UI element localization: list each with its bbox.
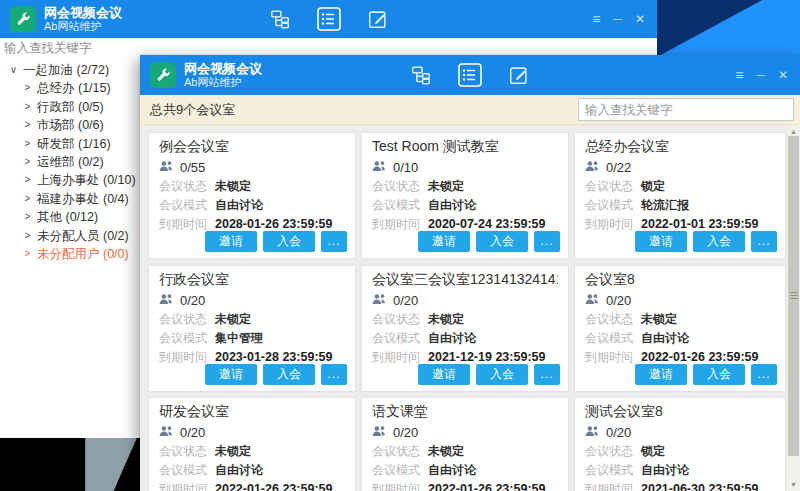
join-button[interactable]: 入会 — [693, 231, 745, 252]
invite-button[interactable]: 邀请 — [635, 364, 687, 385]
room-search-input[interactable] — [578, 98, 794, 121]
menu-icon[interactable]: ≡ — [592, 12, 600, 26]
room-list-icon-selected[interactable] — [457, 62, 483, 88]
room-list-icon-selected[interactable] — [316, 6, 342, 32]
mode-value: 自由讨论 — [641, 463, 689, 477]
expire-label: 到期时间 — [372, 350, 428, 364]
join-button[interactable]: 入会 — [476, 364, 528, 385]
chevron-icon[interactable]: > — [21, 208, 34, 226]
participant-row: 0/20 — [585, 293, 775, 307]
participants-icon — [585, 293, 600, 308]
desktop-navy-triangle — [655, 0, 800, 58]
chevron-icon[interactable]: > — [21, 171, 34, 189]
desktop-slate-shape — [0, 436, 142, 491]
chevron-icon[interactable]: > — [21, 135, 34, 153]
status-value: 未锁定 — [641, 312, 677, 326]
join-button[interactable]: 入会 — [263, 364, 315, 385]
join-button[interactable]: 入会 — [693, 364, 745, 385]
chevron-icon[interactable]: > — [21, 79, 34, 97]
invite-button[interactable]: 邀请 — [418, 231, 470, 252]
room-count-summary: 总共9个会议室 — [150, 95, 235, 124]
room-card: 测试会议室8 0/20 会议状态锁定 会议模式自由讨论 到期时间2021-06-… — [574, 397, 786, 491]
tree-item-label: 市场部 (0/6) — [37, 116, 104, 134]
tree-item-label: 上海办事处 (0/10) — [37, 171, 136, 189]
chevron-icon[interactable]: ∨ — [7, 61, 20, 79]
more-button[interactable]: ... — [751, 231, 777, 252]
scroll-up-icon[interactable]: ▲ — [787, 128, 800, 135]
edit-icon[interactable] — [367, 8, 389, 30]
room-card: 语文课堂 0/20 会议状态未锁定 会议模式自由讨论 到期时间2022-01-2… — [361, 397, 569, 491]
room-grid: 例会会议室 0/55 会议状态未锁定 会议模式自由讨论 到期时间2028-01-… — [140, 125, 787, 491]
participants-icon — [372, 425, 387, 440]
chevron-icon[interactable]: > — [21, 153, 34, 171]
more-button[interactable]: ... — [534, 231, 560, 252]
desktop-background-bottom-left — [0, 436, 142, 491]
tree-item-label: 未分配人员 (0/2) — [37, 227, 129, 245]
tree-item-label: 运维部 (0/2) — [37, 153, 104, 171]
participant-row: 0/22 — [585, 160, 775, 174]
expire-value: 2022-01-26 23:59:59 — [641, 350, 758, 364]
status-value: 未锁定 — [215, 179, 251, 193]
status-label: 会议状态 — [585, 444, 641, 458]
expire-label: 到期时间 — [372, 482, 428, 491]
participants-icon — [585, 160, 600, 175]
more-button[interactable]: ... — [321, 231, 347, 252]
minimize-icon[interactable]: ─ — [613, 12, 622, 26]
edit-icon[interactable] — [508, 64, 530, 86]
room-card: 会议室8 0/20 会议状态未锁定 会议模式自由讨论 到期时间2022-01-2… — [574, 265, 786, 392]
chevron-icon[interactable]: > — [21, 190, 34, 208]
chevron-icon[interactable]: > — [21, 245, 34, 263]
join-button[interactable]: 入会 — [263, 231, 315, 252]
more-button[interactable]: ... — [321, 364, 347, 385]
mode-value: 自由讨论 — [641, 331, 689, 345]
room-name: 例会会议室 — [159, 138, 345, 154]
participant-count: 0/20 — [180, 293, 205, 308]
mode-label: 会议模式 — [159, 463, 215, 477]
orgchart-icon[interactable] — [269, 8, 291, 30]
expire-value: 2022-01-26 23:59:59 — [428, 482, 545, 491]
chevron-icon[interactable]: > — [21, 227, 34, 245]
status-label: 会议状态 — [585, 179, 641, 193]
scrollbar-thumb[interactable] — [788, 136, 799, 456]
mode-label: 会议模式 — [372, 198, 428, 212]
room-card: 总经办会议室 0/22 会议状态锁定 会议模式轮流汇报 到期时间2022-01-… — [574, 132, 786, 259]
tree-item-label: 一起加油 (2/72) — [23, 61, 109, 79]
participant-count: 0/20 — [606, 293, 631, 308]
card-actions: 邀请 入会 ... — [205, 364, 347, 385]
more-button[interactable]: ... — [751, 364, 777, 385]
menu-icon[interactable]: ≡ — [735, 68, 743, 82]
room-card: Test Room 测试教室 0/10 会议状态未锁定 会议模式自由讨论 到期时… — [361, 132, 569, 259]
status-label: 会议状态 — [372, 444, 428, 458]
invite-button[interactable]: 邀请 — [205, 364, 257, 385]
close-icon[interactable]: ✕ — [778, 68, 788, 82]
vertical-scrollbar[interactable]: ▲ ▼ — [787, 125, 800, 491]
chevron-icon[interactable]: > — [21, 116, 34, 134]
card-actions: 邀请 入会 ... — [635, 231, 777, 252]
more-button[interactable]: ... — [534, 364, 560, 385]
close-icon[interactable]: ✕ — [635, 12, 645, 26]
room-card: 研发会议室 0/20 会议状态未锁定 会议模式自由讨论 到期时间2022-01-… — [148, 397, 356, 491]
summary-toolbar: 总共9个会议室 — [140, 95, 800, 125]
mode-label: 会议模式 — [585, 463, 641, 477]
card-actions: 邀请 入会 ... — [205, 231, 347, 252]
participant-count: 0/20 — [606, 425, 631, 440]
app-wrench-icon — [10, 6, 36, 32]
tree-item-label: 行政部 (0/5) — [37, 98, 104, 116]
participants-icon — [159, 293, 174, 308]
join-button[interactable]: 入会 — [476, 231, 528, 252]
participant-count: 0/20 — [393, 425, 418, 440]
expire-label: 到期时间 — [159, 217, 215, 231]
scroll-down-icon[interactable]: ▼ — [787, 481, 800, 488]
invite-button[interactable]: 邀请 — [205, 231, 257, 252]
card-actions: 邀请 入会 ... — [418, 231, 560, 252]
invite-button[interactable]: 邀请 — [635, 231, 687, 252]
participant-count: 0/10 — [393, 160, 418, 175]
status-value: 锁定 — [641, 444, 665, 458]
room-name: 语文课堂 — [372, 403, 558, 419]
chevron-icon[interactable]: > — [21, 98, 34, 116]
minimize-icon[interactable]: ─ — [756, 68, 765, 82]
invite-button[interactable]: 邀请 — [418, 364, 470, 385]
orgchart-icon[interactable] — [410, 64, 432, 86]
tree-item-label: 福建办事处 (0/4) — [37, 190, 129, 208]
participant-row: 0/20 — [159, 293, 345, 307]
